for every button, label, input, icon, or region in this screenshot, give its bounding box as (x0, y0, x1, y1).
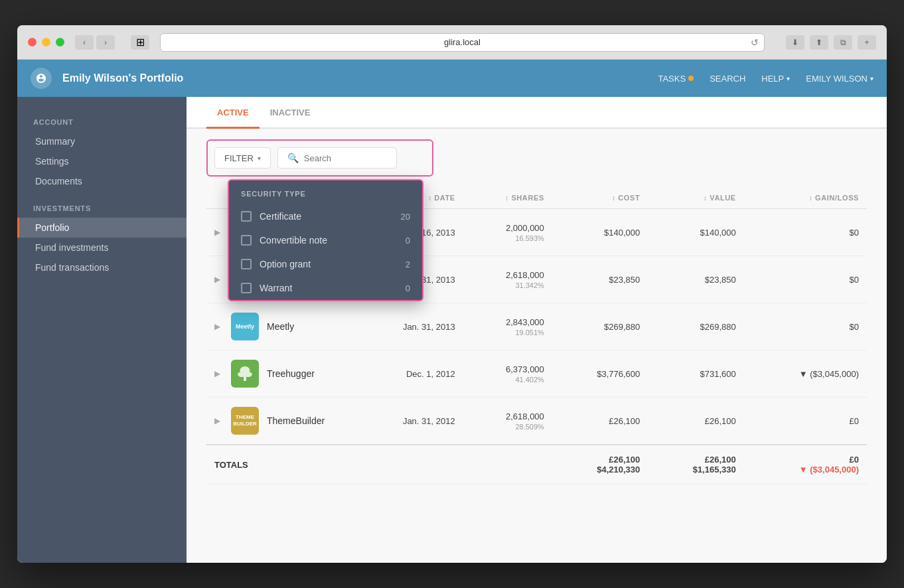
shares-cell: 6,373,000 41.402% (463, 350, 552, 398)
col-cost[interactable]: ↕ COST (552, 187, 648, 209)
totals-negative-icon: ▼ (799, 465, 808, 475)
tasks-dot-indicator (688, 76, 694, 81)
sidebar: ACCOUNT Summary Settings Documents INVES… (17, 97, 187, 563)
maximize-button[interactable] (56, 38, 64, 46)
sidebar-item-summary[interactable]: Summary (17, 131, 187, 151)
gainloss-cell: $0 (744, 209, 867, 256)
sidebar-item-fund-investments[interactable]: Fund investments (17, 238, 187, 257)
url-display: glira.local (444, 37, 481, 47)
search-icon: 🔍 (287, 153, 299, 163)
totals-cost: £26,100 $4,210,330 (552, 445, 648, 484)
download-icon: ⬇ (786, 35, 804, 50)
value-cell: $23,850 (648, 256, 743, 303)
totals-row: TOTALS £26,100 $4,210,330 £26,100 (206, 445, 867, 484)
convertible-note-checkbox[interactable] (241, 235, 252, 246)
totals-date (352, 445, 463, 484)
account-section-label: ACCOUNT (17, 118, 187, 131)
help-label: HELP (761, 74, 784, 84)
search-input[interactable] (304, 153, 387, 163)
search-box[interactable]: 🔍 (277, 147, 397, 169)
company-name: Treehugger (267, 368, 315, 379)
top-navigation: Emily Wilson's Portfolio TASKS SEARCH HE… (17, 60, 887, 97)
company-logo: THEME BUILDER (231, 407, 259, 435)
new-tab-icon[interactable]: + (858, 35, 876, 50)
shares-cell: 2,843,000 19.051% (463, 303, 552, 350)
dropdown-item-certificate[interactable]: Certificate 20 (229, 204, 422, 228)
app-logo (31, 68, 52, 89)
company-logo: Meetly (231, 313, 259, 340)
share-icon: ⬆ (810, 35, 828, 50)
option-grant-checkbox[interactable] (241, 259, 252, 269)
shares-cell: 2,618,000 28.509% (463, 398, 552, 445)
shares-cell: 2,000,000 16.593% (463, 209, 552, 256)
search-nav-item[interactable]: SEARCH (710, 74, 745, 84)
tab-button[interactable]: ⊞ (131, 35, 149, 50)
row-expand-icon[interactable]: ▶ (214, 369, 220, 378)
minimize-button[interactable] (42, 38, 50, 46)
tab-bar: ACTIVE INACTIVE (187, 97, 887, 129)
sidebar-item-settings[interactable]: Settings (17, 151, 187, 171)
security-type-dropdown: SECURITY TYPE Certificate 20 Convertible… (228, 179, 423, 301)
company-cell: ▶ Meetly Meetly (206, 303, 352, 350)
filter-arrow-icon: ▾ (258, 155, 261, 162)
cost-cell: $140,000 (552, 209, 648, 256)
company-name: ThemeBuilder (267, 415, 325, 426)
company-cell: ▶ THEME BUILDER ThemeBuilder (206, 398, 352, 445)
totals-gainloss: £0 ▼ ($3,045,000) (744, 445, 867, 484)
cost-cell: $23,850 (552, 256, 648, 303)
sidebar-item-fund-transactions[interactable]: Fund transactions (17, 257, 187, 277)
negative-indicator: ▼ (799, 369, 808, 379)
col-gainloss[interactable]: ↕ GAIN/LOSS (744, 187, 867, 209)
user-menu[interactable]: EMILY WILSON ▾ (806, 74, 873, 84)
row-expand-icon[interactable]: ▶ (214, 228, 220, 237)
sidebar-item-documents[interactable]: Documents (17, 171, 187, 191)
user-label: EMILY WILSON (806, 74, 867, 84)
row-expand-icon[interactable]: ▶ (214, 416, 220, 425)
table-row: ▶ THEME BUILDER ThemeBuilder Jan. 31, 20… (206, 398, 867, 445)
dropdown-item-option-grant[interactable]: Option grant 2 (229, 252, 422, 276)
table-row: ▶ Meetly Meetly Jan. 31, 2013 2,843,000 … (206, 303, 867, 350)
dropdown-item-warrant[interactable]: Warrant 0 (229, 276, 422, 300)
back-button[interactable]: ‹ (75, 35, 94, 50)
sidebar-item-portfolio[interactable]: Portfolio (17, 218, 187, 238)
warrant-checkbox[interactable] (241, 283, 252, 293)
date-cell: Jan. 31, 2012 (352, 398, 463, 445)
row-expand-icon[interactable]: ▶ (214, 322, 220, 331)
col-value[interactable]: ↕ VALUE (648, 187, 743, 209)
tasks-nav-item[interactable]: TASKS (658, 74, 694, 84)
filter-button-label: FILTER (224, 153, 254, 163)
investments-section-label: INVESTMENTS (17, 204, 187, 218)
company-name: Meetly (267, 321, 294, 332)
address-bar[interactable]: glira.local ↺ (160, 33, 765, 52)
main-content: ACTIVE INACTIVE FILTER ▾ 🔍 (187, 97, 887, 563)
certificate-checkbox[interactable] (241, 211, 252, 222)
app-title: Emily Wilson's Portfolio (62, 72, 658, 84)
search-nav-label: SEARCH (710, 74, 745, 84)
totals-shares (463, 445, 552, 484)
value-cell: $731,600 (648, 350, 743, 398)
date-cell: Jan. 31, 2013 (352, 303, 463, 350)
tab-active[interactable]: ACTIVE (206, 97, 260, 129)
close-button[interactable] (28, 38, 37, 46)
gainloss-cell: £0 (744, 398, 867, 445)
shares-cell: 2,618,000 31.342% (463, 256, 552, 303)
forward-button[interactable]: › (96, 35, 115, 50)
totals-label: TOTALS (206, 445, 352, 484)
cost-cell: $269,880 (552, 303, 648, 350)
gainloss-cell: $0 (744, 256, 867, 303)
company-cell: ▶ Treehugger (206, 350, 352, 398)
dropdown-item-convertible-note[interactable]: Convertible note 0 (229, 228, 422, 252)
tab-inactive[interactable]: INACTIVE (260, 97, 321, 129)
filter-button[interactable]: FILTER ▾ (214, 147, 271, 169)
totals-value: £26,100 $1,165,330 (648, 445, 743, 484)
dropdown-header: SECURITY TYPE (229, 181, 422, 204)
value-cell: $140,000 (648, 209, 743, 256)
value-cell: $269,880 (648, 303, 743, 350)
gainloss-cell: ▼ ($3,045,000) (744, 350, 867, 398)
col-shares[interactable]: ↕ SHARES (463, 187, 552, 209)
reload-button[interactable]: ↺ (751, 37, 759, 48)
cost-cell: $3,776,600 (552, 350, 648, 398)
tasks-label: TASKS (658, 74, 686, 84)
help-nav-item[interactable]: HELP ▾ (761, 74, 790, 84)
row-expand-icon[interactable]: ▶ (214, 275, 220, 284)
